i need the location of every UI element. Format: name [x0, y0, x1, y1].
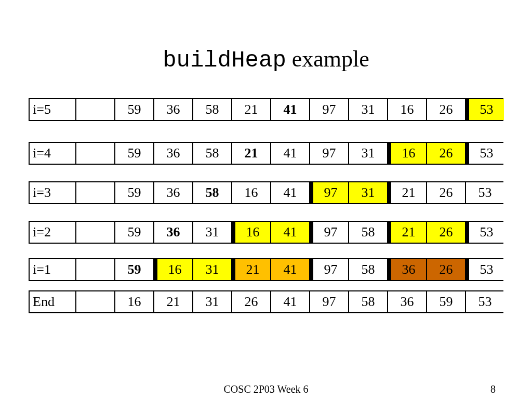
array-cell: 58: [192, 182, 231, 203]
array-cell: 97: [309, 182, 348, 203]
array-cell: 21: [231, 143, 270, 164]
array-cell: 31: [348, 182, 387, 203]
array-cell: 58: [192, 143, 231, 164]
array-cell: 97: [309, 259, 348, 280]
array-cell: 97: [309, 99, 348, 120]
array-cell: 21: [231, 99, 270, 120]
array-cell: 97: [309, 222, 348, 243]
array-cell: 16: [387, 99, 426, 120]
array-cell: 16: [114, 291, 153, 312]
array-cell: 58: [348, 222, 387, 243]
array-cell: 36: [153, 99, 192, 120]
array-cell: 59: [114, 259, 153, 280]
array-cell: 41: [270, 99, 309, 120]
page-title: buildHeap example: [29, 0, 503, 98]
array-cell: 58: [192, 99, 231, 120]
array-cell: 53: [465, 143, 504, 164]
row-label: i=5: [29, 99, 75, 120]
array-row: End16213126419758365953: [29, 290, 503, 313]
row-label: End: [29, 291, 75, 312]
array-cell: 59: [114, 143, 153, 164]
array-cell: 16: [387, 143, 426, 164]
array-cell: 59: [114, 222, 153, 243]
array-cell: 21: [231, 259, 270, 280]
array-cell: 41: [270, 222, 309, 243]
array-cell: [75, 182, 114, 203]
array-cell: [75, 99, 114, 120]
array-cell: 53: [465, 291, 504, 312]
array-cell: 36: [153, 222, 192, 243]
array-cell: 16: [231, 182, 270, 203]
array-cell: 41: [270, 291, 309, 312]
array-cell: 97: [309, 291, 348, 312]
array-row: i=159163121419758362653: [29, 258, 503, 281]
array-cell: 21: [387, 222, 426, 243]
array-cell: 58: [348, 291, 387, 312]
array-cell: 16: [153, 259, 192, 280]
array-cell: 26: [231, 291, 270, 312]
array-cell: 31: [192, 259, 231, 280]
array-cell: 97: [309, 143, 348, 164]
array-cell: 53: [465, 222, 504, 243]
array-cell: 53: [465, 259, 504, 280]
array-cell: 31: [348, 143, 387, 164]
array-row: i=259363116419758212653: [29, 221, 503, 244]
array-row: i=459365821419731162653: [29, 142, 503, 165]
array-row: i=359365816419731212653: [29, 181, 503, 204]
array-cell: 21: [387, 182, 426, 203]
array-cell: 59: [114, 99, 153, 120]
footer-course: COSC 2P03 Week 6: [0, 383, 532, 395]
array-cell: 41: [270, 143, 309, 164]
array-cell: 36: [387, 259, 426, 280]
array-cell: 26: [426, 143, 465, 164]
array-cell: 53: [465, 99, 504, 120]
array-cell: 59: [426, 291, 465, 312]
array-cell: 36: [153, 182, 192, 203]
footer-page: 8: [490, 383, 496, 395]
array-cell: [75, 222, 114, 243]
array-cell: [75, 143, 114, 164]
row-label: i=2: [29, 222, 75, 243]
array-cell: 31: [192, 222, 231, 243]
array-cell: 31: [192, 291, 231, 312]
array-cell: 26: [426, 182, 465, 203]
array-cell: 53: [465, 182, 504, 203]
array-cell: 36: [387, 291, 426, 312]
array-cell: 31: [348, 99, 387, 120]
array-cell: 36: [153, 143, 192, 164]
array-cell: [75, 259, 114, 280]
array-cell: 58: [348, 259, 387, 280]
title-code: buildHeap: [163, 47, 286, 73]
row-label: i=1: [29, 259, 75, 280]
array-cell: 21: [153, 291, 192, 312]
array-cell: 26: [426, 99, 465, 120]
title-rest: example: [286, 46, 369, 72]
row-label: i=4: [29, 143, 75, 164]
array-cell: [75, 291, 114, 312]
array-cell: 26: [426, 222, 465, 243]
array-rows: i=559365821419731162653i=459365821419731…: [29, 98, 503, 313]
array-cell: 26: [426, 259, 465, 280]
array-row: i=559365821419731162653: [29, 98, 503, 121]
array-cell: 41: [270, 182, 309, 203]
row-label: i=3: [29, 182, 75, 203]
slide: buildHeap example i=55936582141973116265…: [0, 0, 532, 399]
array-cell: 59: [114, 182, 153, 203]
array-cell: 16: [231, 222, 270, 243]
array-cell: 41: [270, 259, 309, 280]
